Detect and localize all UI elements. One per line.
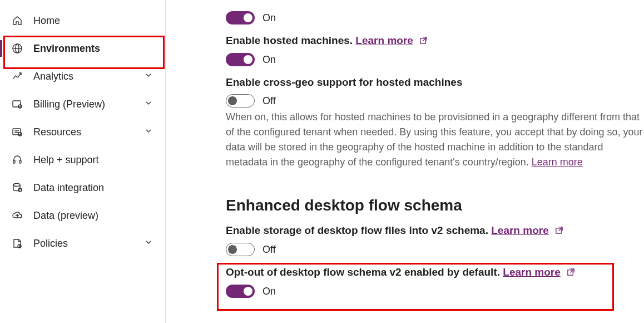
headset-icon (11, 154, 23, 166)
nav-environments[interactable]: Environments (0, 35, 165, 62)
chevron-down-icon (144, 99, 154, 110)
svg-rect-2 (13, 101, 21, 107)
setting-title-text: Enable cross-geo support for hosted mach… (226, 76, 462, 88)
nav-label: Help + support (33, 154, 154, 166)
nav-label: Policies (33, 238, 144, 249)
analytics-icon (11, 70, 23, 82)
toggle-opt-out[interactable] (226, 285, 255, 298)
nav-label: Data (preview) (33, 210, 154, 222)
nav-label: Data integration (33, 182, 154, 194)
nav-home[interactable]: Home (0, 7, 165, 35)
billing-icon (11, 98, 23, 110)
resources-icon (11, 126, 23, 138)
setting-opt-out: Opt-out of desktop flow schema v2 enable… (226, 266, 644, 298)
setting-0: On (226, 11, 644, 25)
learn-more-link[interactable]: Learn more (532, 156, 583, 168)
globe-icon (11, 42, 23, 55)
setting-v2-schema: Enable storage of desktop flow files int… (226, 224, 644, 256)
policies-icon (11, 237, 23, 249)
nav-analytics[interactable]: Analytics (0, 62, 165, 90)
toggle-label: Off (262, 95, 276, 107)
toggle-0[interactable] (226, 11, 255, 25)
nav-label: Billing (Preview) (33, 99, 144, 110)
setting-title-text: Opt-out of desktop flow schema v2 enable… (226, 266, 500, 278)
section-title: Enhanced desktop flow schema (226, 197, 644, 214)
learn-more-link[interactable]: Learn more (355, 35, 413, 46)
chevron-down-icon (144, 71, 154, 82)
content-area: On Enable hosted machines. Learn more On… (166, 0, 644, 308)
setting-title-text: Enable hosted machines. (226, 35, 353, 46)
svg-point-8 (13, 184, 20, 187)
sidebar: Home Environments Analytics Billing (Pre… (0, 0, 166, 323)
svg-rect-4 (13, 129, 21, 135)
external-link-icon (555, 225, 563, 237)
toggle-v2-schema[interactable] (226, 243, 255, 256)
nav-billing[interactable]: Billing (Preview) (0, 90, 165, 118)
svg-point-5 (18, 133, 22, 136)
chevron-down-icon (144, 238, 154, 249)
toggle-label: Off (262, 244, 276, 256)
external-link-icon (567, 267, 575, 279)
toggle-cross-geo[interactable] (226, 94, 255, 107)
nav-data-preview[interactable]: Data (preview) (0, 202, 165, 229)
learn-more-link[interactable]: Learn more (491, 224, 548, 236)
external-link-icon (419, 35, 428, 47)
toggle-label: On (262, 286, 276, 297)
nav-label: Home (33, 15, 154, 27)
nav-data-integration[interactable]: Data integration (0, 174, 165, 202)
chevron-down-icon (144, 126, 154, 138)
data-integration-icon (11, 182, 23, 194)
toggle-0-label: On (262, 12, 276, 24)
home-icon (11, 14, 23, 27)
nav-policies[interactable]: Policies (0, 229, 165, 257)
setting-cross-geo: Enable cross-geo support for hosted mach… (226, 76, 644, 170)
toggle-hosted-machines[interactable] (226, 53, 255, 66)
learn-more-link[interactable]: Learn more (503, 266, 560, 278)
nav-label: Environments (33, 43, 154, 55)
setting-hosted-machines: Enable hosted machines. Learn more On (226, 35, 644, 66)
nav-label: Resources (33, 126, 144, 138)
nav-resources[interactable]: Resources (0, 118, 165, 146)
cloud-up-icon (11, 209, 23, 222)
setting-title-text: Enable storage of desktop flow files int… (226, 224, 488, 236)
nav-help[interactable]: Help + support (0, 146, 165, 174)
svg-point-3 (18, 105, 22, 108)
toggle-label: On (262, 54, 276, 66)
nav-label: Analytics (33, 71, 144, 82)
